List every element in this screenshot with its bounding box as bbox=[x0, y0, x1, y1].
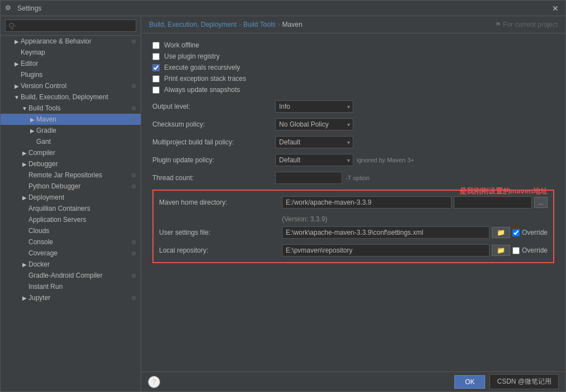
plugin-registry-checkbox[interactable] bbox=[152, 53, 160, 60]
stack-traces-label: Print exception stack traces bbox=[164, 75, 246, 83]
sidebar-item-coverage[interactable]: Coverage ⚙ bbox=[1, 248, 141, 259]
sidebar-search-container bbox=[1, 16, 141, 36]
execute-goals-row: Execute goals recursively bbox=[152, 64, 554, 71]
user-settings-override-label: Override bbox=[522, 229, 548, 236]
highlight-box: Maven home directory: ... 是我刚刚设置的maven地址… bbox=[152, 190, 554, 263]
breadcrumb-part1[interactable]: Build, Execution, Deployment bbox=[149, 21, 237, 28]
sidebar-item-debugger[interactable]: ▶ Debugger bbox=[1, 158, 141, 170]
sidebar-item-build-tools[interactable]: ▼ Build Tools ⚙ bbox=[1, 103, 141, 114]
local-repo-override-checkbox[interactable] bbox=[512, 247, 520, 254]
thread-count-input[interactable] bbox=[275, 172, 342, 184]
close-button[interactable]: ✕ bbox=[550, 3, 561, 14]
help-button[interactable]: ? bbox=[148, 376, 160, 388]
gear-icon: ⚙ bbox=[131, 117, 136, 123]
sidebar-item-arquillian[interactable]: Arquillian Containers bbox=[1, 203, 141, 214]
sidebar-item-clouds[interactable]: Clouds bbox=[1, 225, 141, 236]
work-offline-label: Work offline bbox=[164, 41, 199, 49]
maven-home-control: ... bbox=[282, 196, 548, 209]
sidebar-item-keymap[interactable]: Keymap bbox=[1, 47, 141, 58]
gear-icon: ⚙ bbox=[131, 239, 136, 245]
execute-goals-checkbox[interactable] bbox=[152, 64, 160, 71]
breadcrumb: Build, Execution, Deployment › Build Too… bbox=[141, 16, 565, 33]
sidebar: ▶ Appearance & Behavior ⚙ Keymap ▶ Edito… bbox=[1, 16, 141, 391]
maven-home-input[interactable] bbox=[282, 196, 452, 209]
local-repo-label: Local repository: bbox=[159, 246, 282, 254]
sidebar-item-deployment[interactable]: ▶ Deployment bbox=[1, 192, 141, 203]
local-repo-row: Local repository: 📁 Override bbox=[159, 244, 548, 257]
local-repo-browse-button[interactable]: 📁 bbox=[492, 245, 510, 256]
arrow-icon bbox=[21, 272, 28, 279]
sidebar-item-gradle-android[interactable]: Gradle-Android Compiler ⚙ bbox=[1, 270, 141, 281]
arrow-icon bbox=[13, 49, 21, 56]
gear-icon: ⚙ bbox=[131, 295, 136, 301]
sidebar-item-build-execution[interactable]: ▼ Build, Execution, Deployment bbox=[1, 91, 141, 103]
thread-option-label: -T option bbox=[346, 175, 370, 181]
arrow-icon bbox=[21, 182, 28, 190]
arrow-icon: ▶ bbox=[21, 294, 28, 302]
sidebar-item-editor[interactable]: ▶ Editor bbox=[1, 58, 141, 69]
sidebar-item-maven[interactable]: ▶ Maven ⚙ bbox=[1, 114, 141, 125]
multiproject-control: Default Always bbox=[275, 136, 554, 148]
sidebar-item-jupyter[interactable]: ▶ Jupyter ⚙ bbox=[1, 292, 141, 303]
sidebar-item-docker[interactable]: ▶ Docker bbox=[1, 259, 141, 270]
plugin-update-label: Plugin update policy: bbox=[152, 156, 275, 164]
search-input[interactable] bbox=[5, 20, 136, 32]
plugin-update-control: Default Always ignored by Maven 3+ bbox=[275, 154, 554, 166]
arrow-icon bbox=[21, 283, 28, 291]
arrow-icon: ▶ bbox=[28, 127, 36, 134]
sidebar-item-appearance[interactable]: ▶ Appearance & Behavior ⚙ bbox=[1, 36, 141, 47]
plugin-registry-label: Use plugin registry bbox=[164, 52, 219, 60]
sidebar-item-instant-run[interactable]: Instant Run bbox=[1, 281, 141, 292]
local-repo-control: 📁 Override bbox=[282, 244, 548, 257]
arrow-icon: ▶ bbox=[21, 193, 28, 201]
sidebar-item-plugins[interactable]: Plugins bbox=[1, 69, 141, 80]
gear-icon: ⚙ bbox=[131, 38, 136, 45]
breadcrumb-part2[interactable]: Build Tools bbox=[243, 21, 276, 28]
arrow-icon bbox=[21, 216, 28, 224]
sidebar-item-python-debugger[interactable]: Python Debugger ⚙ bbox=[1, 181, 141, 192]
user-settings-control: 📁 Override bbox=[282, 226, 548, 239]
bottom-right: OK CSDN @微笔记用 bbox=[454, 374, 559, 389]
ok-button[interactable]: OK bbox=[454, 375, 485, 389]
sidebar-item-gradle[interactable]: ▶ Gradle bbox=[1, 125, 141, 136]
checksum-policy-select[interactable]: No Global Policy Warn Fail bbox=[275, 118, 353, 130]
sidebar-item-app-servers[interactable]: Application Servers bbox=[1, 214, 141, 225]
arrow-icon: ▶ bbox=[21, 149, 28, 157]
multiproject-row: Multiproject build fail policy: Default … bbox=[152, 136, 554, 148]
thread-count-control: -T option bbox=[275, 172, 554, 184]
maven-version: (Version: 3.3.9) bbox=[159, 214, 548, 226]
sidebar-item-gant[interactable]: Gant bbox=[1, 136, 141, 147]
multiproject-select[interactable]: Default Always bbox=[275, 136, 353, 148]
plugin-update-note: ignored by Maven 3+ bbox=[357, 157, 414, 163]
sidebar-item-console[interactable]: Console ⚙ bbox=[1, 236, 141, 248]
local-repo-input[interactable] bbox=[282, 244, 490, 257]
plugin-update-select[interactable]: Default Always bbox=[275, 154, 353, 166]
gear-icon: ⚙ bbox=[131, 250, 136, 257]
arrow-icon bbox=[13, 71, 21, 79]
user-settings-override-checkbox[interactable] bbox=[512, 229, 520, 236]
stack-traces-checkbox[interactable] bbox=[152, 75, 160, 83]
sidebar-item-remote-jar[interactable]: Remote Jar Repositories ⚙ bbox=[1, 170, 141, 181]
checksum-policy-control: No Global Policy Warn Fail bbox=[275, 118, 554, 130]
sidebar-item-version-control[interactable]: ▶ Version Control ⚙ bbox=[1, 80, 141, 91]
maven-home-browse-button[interactable]: ... bbox=[534, 197, 548, 208]
title-bar: ⚙ Settings ✕ bbox=[1, 1, 565, 16]
user-settings-browse-button[interactable]: 📁 bbox=[492, 227, 510, 238]
use-plugin-registry-row: Use plugin registry bbox=[152, 52, 554, 60]
sidebar-item-compiler[interactable]: ▶ Compiler bbox=[1, 147, 141, 158]
bottom-bar: ? OK CSDN @微笔记用 bbox=[141, 371, 565, 391]
user-settings-input[interactable] bbox=[282, 226, 490, 239]
maven-home-dropdown[interactable] bbox=[454, 196, 532, 209]
arrow-icon: ▶ bbox=[21, 260, 28, 268]
always-update-label: Always update snapshots bbox=[164, 86, 240, 94]
always-update-checkbox[interactable] bbox=[152, 86, 160, 94]
settings-icon: ⚙ bbox=[5, 4, 14, 13]
checksum-policy-label: Checksum policy: bbox=[152, 120, 275, 128]
settings-window: ⚙ Settings ✕ ▶ Appearance & Behavior ⚙ K… bbox=[0, 0, 566, 392]
output-level-dropdown-wrap: Info Debug Verbose bbox=[275, 100, 353, 113]
output-level-select[interactable]: Info Debug Verbose bbox=[275, 100, 353, 113]
work-offline-checkbox[interactable] bbox=[152, 42, 160, 49]
arrow-icon: ▶ bbox=[13, 37, 21, 45]
checksum-policy-dropdown-wrap: No Global Policy Warn Fail bbox=[275, 118, 353, 130]
settings-content: Work offline Use plugin registry Execute… bbox=[141, 33, 565, 371]
